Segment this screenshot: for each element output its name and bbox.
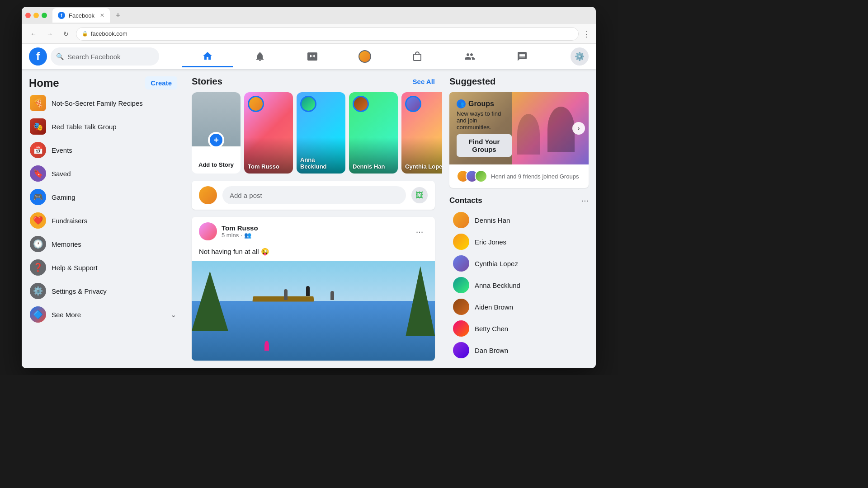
nav-profile-button[interactable]	[340, 46, 390, 67]
nav-marketplace-button[interactable]	[392, 46, 443, 67]
contact-item-dan-brown[interactable]: Dan Brown	[449, 339, 589, 361]
nav-notifications-button[interactable]	[235, 46, 285, 67]
sidebar-item-help[interactable]: ❓ Help & Support	[25, 256, 181, 279]
new-tab-button[interactable]: +	[112, 9, 124, 22]
browser-more-button[interactable]: ⋮	[582, 29, 590, 39]
suggested-next-button[interactable]: ›	[572, 122, 585, 135]
figure-1	[284, 289, 288, 300]
poster-avatar	[199, 222, 217, 240]
nav-home-button[interactable]	[182, 46, 233, 67]
right-panel: Suggested 👥	[442, 69, 596, 368]
post-time: 5 mins	[222, 232, 239, 239]
sidebar-item-events[interactable]: 📅 Events	[25, 138, 181, 162]
nav-groups-button[interactable]	[444, 46, 495, 67]
close-traffic-light[interactable]	[25, 13, 31, 18]
story-card-anna-becklund[interactable]: Anna Becklund	[297, 92, 345, 174]
story-name: Anna Becklund	[300, 156, 342, 170]
figure-3	[330, 291, 334, 300]
sidebar-item-saved[interactable]: 🔖 Saved	[25, 162, 181, 185]
post-header: Tom Russo 5 mins · 👥 ···	[192, 217, 435, 246]
joined-avatar-3	[475, 170, 487, 183]
post-image	[192, 261, 435, 361]
suggested-description: New ways to find and join communities.	[457, 110, 512, 131]
stories-title: Stories	[192, 76, 222, 87]
gaming-icon: 🎮	[30, 189, 46, 205]
sidebar-item-label: See More	[52, 311, 81, 319]
groups-icon: 👥	[457, 99, 466, 108]
sidebar-item-red-table[interactable]: 🎭 Red Table Talk Group	[25, 115, 181, 138]
fullscreen-traffic-light[interactable]	[42, 13, 47, 18]
refresh-button[interactable]: ↻	[60, 28, 72, 40]
figure-4	[264, 341, 269, 351]
story-avatar	[405, 96, 421, 112]
back-button[interactable]: ←	[27, 28, 40, 40]
post-options-button[interactable]: ···	[411, 223, 428, 239]
lake-dock	[252, 296, 314, 302]
post-input-area[interactable]: Add a post	[222, 186, 406, 204]
memories-icon: 🕐	[30, 236, 46, 252]
sidebar-item-gaming[interactable]: 🎮 Gaming	[25, 185, 181, 209]
tab-close-button[interactable]: ✕	[100, 12, 104, 19]
active-tab[interactable]: f Facebook ✕	[52, 8, 110, 23]
forward-button[interactable]: →	[43, 28, 56, 40]
story-name: Tom Russo	[248, 163, 289, 170]
contacts-section: Contacts ··· Dennis Han Eric Jones Cynth…	[449, 195, 589, 361]
search-bar[interactable]: 🔍 Search Facebook	[51, 47, 159, 66]
sidebar-item-settings[interactable]: ⚙️ Settings & Privacy	[25, 279, 181, 303]
settings-button[interactable]: ⚙️	[571, 47, 589, 66]
sidebar-item-label: Fundraisers	[52, 217, 87, 225]
story-avatar	[300, 96, 316, 112]
story-card-tom-russo[interactable]: Tom Russo	[244, 92, 293, 174]
help-icon: ❓	[30, 259, 46, 276]
sidebar-item-see-more[interactable]: 🔷 See More ⌄	[25, 303, 181, 326]
add-photo-button[interactable]: 🖼	[411, 187, 428, 203]
sidebar-item-memories[interactable]: 🕐 Memories	[25, 232, 181, 256]
minimize-traffic-light[interactable]	[33, 13, 39, 18]
nav-messenger-button[interactable]	[497, 46, 547, 67]
story-card-dennis-han[interactable]: Dennis Han	[349, 92, 398, 174]
sidebar-item-label: Red Table Talk Group	[52, 123, 117, 131]
contact-name: Dan Brown	[475, 347, 508, 354]
add-story-label: Add to Story	[195, 149, 237, 174]
sidebar-item-family-recipes[interactable]: 🍕 Not-So-Secret Family Recipes	[25, 91, 181, 115]
contact-name: Betty Chen	[475, 325, 508, 333]
contact-item-dennis-han[interactable]: Dennis Han	[449, 209, 589, 231]
contact-avatar	[453, 212, 469, 228]
search-placeholder: Search Facebook	[67, 53, 121, 61]
facebook-logo[interactable]: f	[29, 47, 47, 66]
sidebar-header: Home Create	[25, 73, 181, 91]
create-button[interactable]: Create	[145, 76, 177, 89]
see-all-button[interactable]: See All	[413, 78, 435, 85]
poster-info: Tom Russo 5 mins · 👥	[222, 224, 407, 239]
address-input[interactable]: 🔒 facebook.com	[76, 27, 579, 41]
figure-2	[306, 286, 310, 296]
contacts-more-button[interactable]: ···	[581, 195, 589, 206]
contact-item-betty-chen[interactable]: Betty Chen	[449, 318, 589, 339]
contact-item-aiden-brown[interactable]: Aiden Brown	[449, 296, 589, 318]
stories-row: + Add to Story Tom Russo	[192, 92, 435, 174]
find-groups-button[interactable]: Find Your Groups	[457, 134, 512, 157]
sidebar-item-label: Gaming	[52, 193, 75, 201]
contacts-header: Contacts ···	[449, 195, 589, 206]
post-creation-box: Add a post 🖼	[192, 181, 435, 210]
post-time-unit: ·	[241, 232, 242, 239]
suggested-section: Suggested 👥	[449, 76, 589, 188]
contact-item-anna-becklund[interactable]: Anna Becklund	[449, 274, 589, 296]
sidebar-item-label: Settings & Privacy	[52, 287, 107, 295]
tab-favicon: f	[58, 12, 65, 19]
search-icon: 🔍	[56, 53, 64, 60]
story-card-cynthia-lopez[interactable]: Cynthia Lopez	[401, 92, 442, 174]
add-story-card[interactable]: + Add to Story	[192, 92, 241, 174]
sidebar-item-fundraisers[interactable]: ❤️ Fundraisers	[25, 209, 181, 232]
feed-post: Tom Russo 5 mins · 👥 ··· Not having fun …	[192, 217, 435, 361]
user-avatar	[199, 186, 217, 204]
poster-name[interactable]: Tom Russo	[222, 224, 407, 232]
nav-watch-button[interactable]	[287, 46, 338, 67]
facebook-body: Home Create 🍕 Not-So-Secret Family Recip…	[22, 69, 596, 368]
stories-header: Stories See All	[192, 76, 435, 87]
privacy-icon: 👥	[244, 232, 251, 239]
contact-item-eric-jones[interactable]: Eric Jones	[449, 231, 589, 253]
chevron-down-icon: ⌄	[170, 310, 176, 319]
contact-avatar	[453, 299, 469, 315]
contact-item-cynthia-lopez[interactable]: Cynthia Lopez	[449, 253, 589, 274]
